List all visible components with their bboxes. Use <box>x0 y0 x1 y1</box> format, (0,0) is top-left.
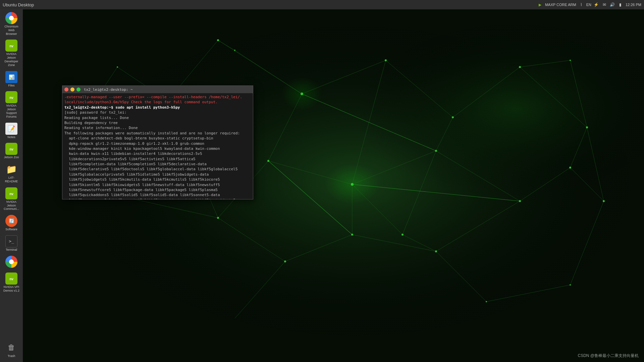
chromium-icon <box>5 12 17 24</box>
svg-point-58 <box>351 234 353 236</box>
chromium2-icon <box>5 256 17 268</box>
taskbar-label-software: Software <box>5 228 17 231</box>
terminal-line: libkf5kiontlm5 libkf5kiowidgets5 libkf5n… <box>64 182 251 187</box>
taskbar-item-chromium[interactable]: Chromium Web Browser <box>2 11 21 37</box>
taskbar-label-terminal: Terminal <box>6 248 17 252</box>
terminal-line: libkf5globalaccelprivate5 libkf5idletime… <box>64 172 251 177</box>
terminal-line: tx2_lei@tx2-desktop:~$ sudo apt install … <box>64 105 251 110</box>
nvidia-comm-icon: nv <box>5 187 17 199</box>
taskbar-item-nvidia-dev[interactable]: nv NVIDIA Jetson Developer Zone <box>2 38 21 68</box>
wifi-icon[interactable]: ⌇ <box>578 2 584 8</box>
svg-point-59 <box>435 250 437 252</box>
taskbar-label-trash: Trash <box>8 354 15 358</box>
jetson-zoo-icon: nv <box>5 143 17 155</box>
terminal-line: libkdecorations2private5v5 libkf5activti… <box>64 157 251 162</box>
battery-icon: ▮ <box>618 2 624 8</box>
topbar-lang[interactable]: EN <box>586 3 591 7</box>
terminal-line: kwin-data kwin-x11 libdebian-installer4 … <box>64 151 251 156</box>
terminal-line: [sudo] password for tx2_lei: <box>64 110 251 115</box>
terminal-line: local/include/python3.6m/h5py Check the … <box>64 100 251 105</box>
window-minimize-button[interactable] <box>70 87 74 92</box>
svg-point-71 <box>282 77 322 111</box>
terminal-line: kde-window-manager kinit kio kpackagetoo… <box>64 146 251 151</box>
terminal-line: libkf5jobwidgets5 libkf5kcmutils-data li… <box>64 177 251 182</box>
mail-icon[interactable]: ✉ <box>601 2 607 8</box>
taskbar: Chromium Web Browser nv NVIDIA Jetson De… <box>0 9 23 362</box>
svg-point-61 <box>401 234 404 236</box>
taskbar-item-nvidia-support[interactable]: nv NVIDIA Jetson Support Forums <box>2 90 21 120</box>
window-close-button[interactable] <box>64 87 68 92</box>
watermark: CSDN @鲁棒最小二乘支持向量机 <box>578 353 639 359</box>
svg-point-45 <box>217 39 219 41</box>
terminal-line: libkf5sonnetcore5 libkf5sonnetui5 libkf5… <box>64 198 251 199</box>
topbar-right-section: ▶ MAXP CORE ARM ⌇ EN ⚡ ✉ 🔊 ▮ 12:26 PM <box>537 2 641 8</box>
taskbar-label-l4t: L4T-README <box>3 176 20 183</box>
terminal-title-text: tx2_lei@tx2-desktop: ~ <box>84 87 133 92</box>
taskbar-label-jetson-zoo: Jetson Zoo <box>4 156 19 159</box>
terminal-app-icon: >_ <box>5 235 17 247</box>
taskbar-item-notes[interactable]: 📝 Notes <box>2 121 21 140</box>
bluetooth-icon[interactable]: ⚡ <box>593 2 599 8</box>
svg-point-51 <box>267 160 269 162</box>
folder-icon: 📁 <box>5 163 17 175</box>
svg-point-53 <box>435 150 437 152</box>
terminal-line: apt-clone archdetect-deb bogl-bterm busy… <box>64 136 251 141</box>
svg-point-63 <box>570 60 571 61</box>
svg-point-57 <box>284 260 286 262</box>
svg-point-48 <box>452 116 454 118</box>
volume-icon[interactable]: 🔊 <box>609 2 615 8</box>
taskbar-label-nvidia-support: NVIDIA Jetson Support Forums <box>3 104 20 118</box>
terminal-line: The following packages were automaticall… <box>64 131 251 136</box>
svg-point-62 <box>234 50 235 51</box>
svg-point-54 <box>519 200 521 202</box>
taskbar-label-chromium: Chromium Web Browser <box>3 25 20 36</box>
nvidia-demos-icon: nv <box>5 273 17 285</box>
nvidia-support-icon: nv <box>5 91 17 103</box>
taskbar-label-nvidia-dev: NVIDIA Jetson Developer Zone <box>3 52 20 67</box>
terminal-line: Reading state information... Done <box>64 125 251 130</box>
taskbar-item-nvidia-demos[interactable]: nv NVIDIA VPI Demos v1.2 <box>2 271 21 294</box>
terminal-body[interactable]: -externally-managed --user --prefix= --c… <box>62 93 253 199</box>
svg-text:nv: nv <box>9 277 13 281</box>
terminal-line: Reading package lists... Done <box>64 115 251 120</box>
svg-text:nv: nv <box>9 147 13 151</box>
terminal-window[interactable]: tx2_lei@tx2-desktop: ~ -externally-manag… <box>62 85 253 199</box>
svg-point-50 <box>586 126 588 128</box>
svg-point-70 <box>325 164 379 204</box>
nvidia-icon: ▶ <box>537 2 543 8</box>
taskbar-label-nvidia-comm: NVIDIA Jetson Communi... <box>3 200 20 211</box>
terminal-line: libkf5completion-data libkf5completion5 … <box>64 162 251 167</box>
taskbar-item-jetson-zoo[interactable]: nv Jetson Zoo <box>2 141 21 161</box>
trash-icon: 🗑 <box>5 342 17 354</box>
taskbar-item-software[interactable]: 🔄 Software <box>2 214 21 233</box>
taskbar-item-terminal[interactable]: >_ Terminal <box>2 234 21 253</box>
svg-point-47 <box>385 59 387 61</box>
window-maximize-button[interactable] <box>76 87 80 92</box>
svg-point-66 <box>486 301 487 302</box>
taskbar-item-files[interactable]: 📊 Files <box>2 70 21 89</box>
svg-text:nv: nv <box>9 96 13 100</box>
software-icon: 🔄 <box>5 215 17 227</box>
taskbar-item-trash[interactable]: 🗑 Trash <box>2 340 21 359</box>
taskbar-item-l4t[interactable]: 📁 L4T-README <box>2 162 21 185</box>
terminal-titlebar: tx2_lei@tx2-desktop: ~ <box>62 86 253 93</box>
desktop: Ubuntu Desktop ▶ MAXP CORE ARM ⌇ EN ⚡ ✉ … <box>0 0 644 362</box>
topbar-title: Ubuntu Desktop <box>3 2 34 7</box>
files-icon: 📊 <box>5 71 17 83</box>
taskbar-item-nvidia-comm[interactable]: nv NVIDIA Jetson Communi... <box>2 186 21 212</box>
terminal-line: libkf5declarative5 libkf5doctools5 libkf… <box>64 167 251 172</box>
notes-icon: 📝 <box>5 123 17 135</box>
terminal-line: libkf5quickaddons5 libkf5solid5 libkf5so… <box>64 192 251 197</box>
topbar: Ubuntu Desktop ▶ MAXP CORE ARM ⌇ EN ⚡ ✉ … <box>0 0 644 9</box>
svg-point-67 <box>117 66 118 68</box>
svg-point-65 <box>570 284 571 286</box>
svg-point-49 <box>519 66 521 68</box>
terminal-line: dpkg-repack glr1.2-timezonemap-1.0 gir1.… <box>64 141 251 146</box>
svg-point-55 <box>569 167 571 169</box>
topbar-clock: 12:26 PM <box>626 3 641 7</box>
nvidia-dev-icon: nv <box>5 40 17 52</box>
taskbar-item-chromium2[interactable] <box>2 254 21 270</box>
taskbar-label-files: Files <box>8 84 14 87</box>
svg-point-64 <box>603 200 605 202</box>
svg-point-56 <box>217 217 219 219</box>
